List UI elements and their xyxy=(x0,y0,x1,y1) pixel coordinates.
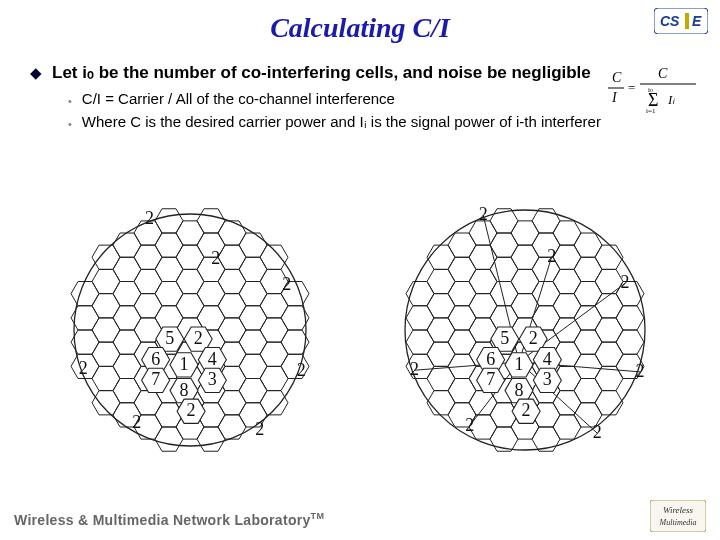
svg-text:1: 1 xyxy=(180,354,189,374)
bullet-level2: • Where C is the desired carrier power a… xyxy=(68,112,670,132)
svg-text:2: 2 xyxy=(211,248,220,268)
svg-text:2: 2 xyxy=(479,204,488,224)
dot-icon: • xyxy=(68,118,72,130)
svg-text:2: 2 xyxy=(145,208,154,228)
right-graphic: 5261473822222222 xyxy=(406,204,645,451)
formula-c2: C xyxy=(658,66,668,81)
logo-bot-l1: Wireless xyxy=(663,505,694,515)
svg-text:4: 4 xyxy=(543,349,552,369)
svg-text:2: 2 xyxy=(194,328,203,348)
content-block: ◆ Let i₀ be the number of co-interfering… xyxy=(30,62,670,134)
cse-logo: CS E xyxy=(654,8,708,34)
svg-text:2: 2 xyxy=(547,246,556,266)
slide-title: Calculating C/I xyxy=(0,12,720,44)
svg-text:2: 2 xyxy=(465,415,474,435)
svg-text:2: 2 xyxy=(593,422,602,442)
svg-text:2: 2 xyxy=(187,400,196,420)
bullet-level2: • C/I = Carrier / All of the co-channel … xyxy=(68,89,670,109)
bullet-sub1-text: C/I = Carrier / All of the co-channel in… xyxy=(82,89,395,109)
svg-text:7: 7 xyxy=(486,369,495,389)
cluster-diagram-left: 5261473822222222 xyxy=(60,210,320,480)
svg-text:3: 3 xyxy=(543,369,552,389)
svg-text:2: 2 xyxy=(636,361,645,381)
svg-line-26 xyxy=(414,362,519,370)
bullet-level1: ◆ Let i₀ be the number of co-interfering… xyxy=(30,62,670,83)
svg-text:2: 2 xyxy=(297,360,306,380)
bullet-sub2-text: Where C is the desired carrier power and… xyxy=(82,112,601,132)
svg-text:2: 2 xyxy=(132,412,141,432)
logo-text-e: E xyxy=(692,13,702,29)
svg-text:4: 4 xyxy=(208,349,217,369)
svg-text:5: 5 xyxy=(165,328,174,348)
svg-text:2: 2 xyxy=(282,274,291,294)
formula-i: I xyxy=(611,90,618,105)
svg-text:6: 6 xyxy=(151,349,160,369)
svg-text:2: 2 xyxy=(522,400,531,420)
bullet-main-text: Let i₀ be the number of co-interfering c… xyxy=(52,62,591,83)
svg-text:1: 1 xyxy=(515,354,524,374)
svg-text:6: 6 xyxy=(486,349,495,369)
wireless-multimedia-logo: Wireless Multimedia xyxy=(650,500,706,532)
svg-text:7: 7 xyxy=(151,369,160,389)
svg-text:2: 2 xyxy=(255,419,264,439)
footer-label: Wireless & Multimedia Network Laboratory xyxy=(14,512,311,528)
footer-text: Wireless & Multimedia Network Laboratory… xyxy=(14,511,324,528)
dot-icon: • xyxy=(68,95,72,107)
svg-text:8: 8 xyxy=(515,380,524,400)
svg-text:8: 8 xyxy=(180,380,189,400)
footer-tm: TM xyxy=(311,511,325,521)
diamond-icon: ◆ xyxy=(30,64,42,82)
formula-c: C xyxy=(612,70,622,85)
cluster-diagram-right: 5261473822222222 xyxy=(390,210,670,480)
formula-sum-upper: i₀ xyxy=(648,86,653,94)
left-graphic: 5261473822222222 xyxy=(71,208,309,451)
svg-text:3: 3 xyxy=(208,369,217,389)
svg-text:2: 2 xyxy=(529,328,538,348)
svg-text:2: 2 xyxy=(79,358,88,378)
svg-text:=: = xyxy=(628,80,635,95)
svg-text:2: 2 xyxy=(410,359,419,379)
logo-text-cs: CS xyxy=(660,13,680,29)
svg-text:5: 5 xyxy=(500,328,509,348)
svg-text:2: 2 xyxy=(621,272,630,292)
formula-block: C I = C Σ i₀ i=1 Iᵢ xyxy=(606,62,702,114)
formula-ii: Iᵢ xyxy=(667,92,675,107)
formula-sum-lower: i=1 xyxy=(646,107,656,114)
svg-rect-1 xyxy=(685,13,689,29)
slide: Calculating C/I CS E ◆ Let i₀ be the num… xyxy=(0,0,720,540)
logo-bot-l2: Multimedia xyxy=(659,518,697,527)
